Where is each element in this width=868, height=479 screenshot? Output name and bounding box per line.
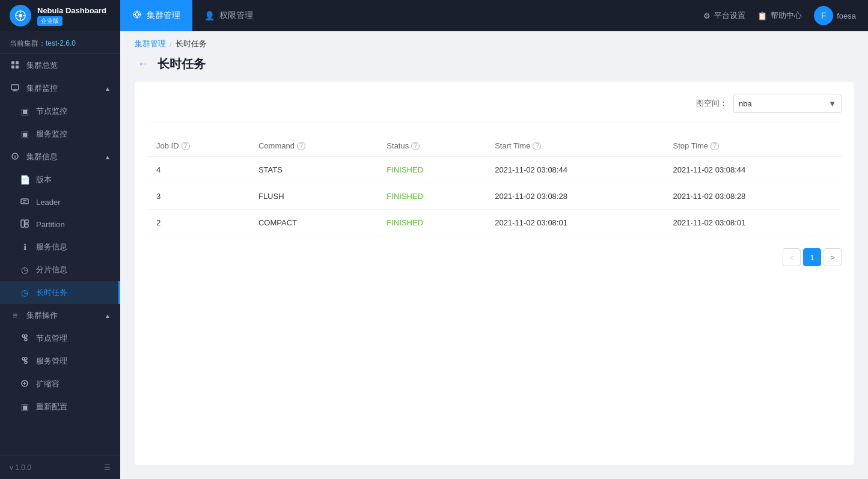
page-title: 长时任务	[157, 56, 206, 72]
nav-item-cluster-mgmt-label: 集群管理	[147, 10, 180, 21]
table-row: 4 STATS FINISHED 2021-11-02 03:08:44 202…	[147, 157, 842, 183]
svg-rect-16	[11, 85, 19, 90]
job-id-help-icon[interactable]: ?	[182, 142, 190, 150]
node-monitor-label: 节点监控	[36, 106, 67, 117]
cell-command: FLUSH	[249, 183, 377, 210]
sidebar-item-reconfig[interactable]: ▣ 重新配置	[0, 395, 120, 418]
jobs-table: Job ID ? Command ?	[147, 135, 842, 236]
node-mgmt-icon	[19, 334, 30, 344]
sidebar-section-cluster-info[interactable]: 集群信息 ▲	[0, 145, 120, 168]
status-help-icon[interactable]: ?	[411, 142, 420, 150]
nav-item-cluster-mgmt[interactable]: 集群管理	[120, 0, 192, 31]
sidebar-section-cluster-monitor[interactable]: 集群监控 ▲	[0, 77, 120, 100]
svg-rect-13	[16, 61, 19, 64]
th-status: Status ?	[377, 135, 485, 157]
th-job-id: Job ID ?	[147, 135, 249, 157]
scale-icon	[19, 379, 30, 389]
sidebar-section-cluster-ops[interactable]: ≡ 集群操作 ▲	[0, 304, 120, 327]
cell-job-id: 4	[147, 157, 249, 183]
dropdown-chevron-icon: ▼	[828, 99, 836, 108]
logo-text: Nebula Dashboard 企业版	[37, 6, 106, 26]
namespace-value: nba	[739, 99, 752, 108]
partition-icon	[19, 219, 30, 230]
breadcrumb-current: 长时任务	[176, 38, 207, 49]
back-button[interactable]: ←	[135, 55, 151, 72]
sidebar-item-service-monitor[interactable]: ▣ 服务监控	[0, 123, 120, 145]
pagination: < 1 >	[147, 248, 842, 266]
sidebar-item-version[interactable]: 📄 版本	[0, 168, 120, 191]
top-nav: Nebula Dashboard 企业版 集群管理 👤 权限管理	[0, 0, 868, 31]
sidebar-item-service-mgmt[interactable]: 服务管理	[0, 350, 120, 373]
node-monitor-icon: ▣	[19, 106, 30, 116]
sidebar-item-service-info[interactable]: ℹ 服务信息	[0, 236, 120, 258]
node-mgmt-label: 节点管理	[36, 333, 67, 344]
svg-point-34	[25, 358, 27, 360]
cell-start-time: 2021-11-02 03:08:01	[485, 210, 663, 236]
cell-command: STATS	[249, 157, 377, 183]
settings-nav-item[interactable]: ⚙ 平台设置	[703, 10, 745, 21]
svg-rect-25	[21, 220, 25, 227]
sidebar-item-node-monitor[interactable]: ▣ 节点监控	[0, 100, 120, 123]
reconfig-label: 重新配置	[36, 401, 67, 412]
start-time-help-icon[interactable]: ?	[533, 142, 541, 150]
cluster-info-chevron: ▲	[105, 154, 111, 160]
menu-icon[interactable]: ☰	[104, 463, 111, 472]
shard-info-label: 分片信息	[36, 264, 67, 275]
cell-status: FINISHED	[377, 210, 485, 236]
svg-rect-12	[11, 61, 14, 64]
reconfig-icon: ▣	[19, 402, 30, 412]
partition-label: Partition	[36, 220, 65, 229]
sidebar-item-cluster-overview[interactable]: 集群总览	[0, 54, 120, 77]
breadcrumb-parent[interactable]: 集群管理	[135, 38, 166, 49]
version-icon: 📄	[19, 175, 30, 185]
th-command: Command ?	[249, 135, 377, 157]
service-monitor-icon: ▣	[19, 129, 30, 139]
table-row: 3 FLUSH FINISHED 2021-11-02 03:08:28 202…	[147, 183, 842, 210]
leader-label: Leader	[36, 198, 60, 207]
sidebar-item-long-task[interactable]: ◷ 长时任务	[0, 281, 120, 304]
command-help-icon[interactable]: ?	[297, 142, 305, 150]
sidebar-item-partition[interactable]: Partition	[0, 213, 120, 236]
help-label: 帮助中心	[771, 10, 802, 21]
sidebar-item-node-mgmt[interactable]: 节点管理	[0, 327, 120, 350]
logo-area: Nebula Dashboard 企业版	[0, 5, 120, 26]
help-nav-item[interactable]: 📋 帮助中心	[757, 10, 802, 21]
long-task-label: 长时任务	[36, 287, 67, 298]
settings-icon: ⚙	[703, 11, 711, 20]
help-icon: 📋	[757, 11, 767, 20]
user-profile[interactable]: F foesa	[814, 6, 856, 25]
page-1-button[interactable]: 1	[803, 248, 821, 266]
scale-label: 扩缩容	[36, 379, 60, 389]
sidebar-item-scale[interactable]: 扩缩容	[0, 373, 120, 395]
svg-point-30	[25, 335, 27, 337]
service-mgmt-label: 服务管理	[36, 356, 67, 367]
cell-stop-time: 2021-11-02 03:08:44	[664, 157, 842, 183]
breadcrumb: 集群管理 / 长时任务	[120, 31, 868, 49]
th-start-time: Start Time ?	[485, 135, 663, 157]
sidebar-item-leader[interactable]: Leader	[0, 191, 120, 213]
svg-rect-26	[25, 220, 29, 223]
cluster-label: 当前集群：test-2.6.0	[0, 31, 120, 54]
cell-job-id: 2	[147, 210, 249, 236]
next-page-button[interactable]: >	[824, 248, 842, 266]
svg-point-29	[25, 338, 27, 341]
cluster-overview-icon	[10, 61, 20, 71]
sidebar-item-shard-info[interactable]: ◷ 分片信息	[0, 258, 120, 281]
version-bar: v 1.0.0 ☰	[0, 456, 120, 479]
logo-badge: 企业版	[37, 16, 63, 26]
prev-page-button[interactable]: <	[783, 248, 801, 266]
content-area: 集群管理 / 长时任务 ← 长时任务 图空间： nba ▼	[120, 31, 868, 479]
cluster-mgmt-icon	[132, 10, 142, 22]
cell-status: FINISHED	[377, 183, 485, 210]
toolbar: 图空间： nba ▼	[147, 94, 842, 123]
auth-mgmt-icon: 👤	[204, 11, 215, 20]
user-avatar: F	[814, 6, 833, 25]
namespace-select[interactable]: nba ▼	[733, 94, 842, 113]
th-stop-time: Stop Time ?	[664, 135, 842, 157]
stop-time-help-icon[interactable]: ?	[711, 142, 719, 150]
svg-point-6	[135, 13, 139, 16]
cell-command: COMPACT	[249, 210, 377, 236]
table-container: Job ID ? Command ?	[147, 135, 842, 236]
settings-label: 平台设置	[714, 10, 745, 21]
nav-item-auth-mgmt[interactable]: 👤 权限管理	[192, 0, 265, 31]
